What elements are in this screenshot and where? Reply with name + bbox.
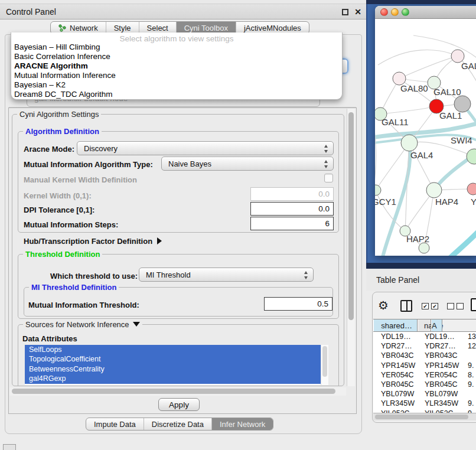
node-label: GAL80 (400, 83, 428, 93)
scrollbar-thumb[interactable] (12, 389, 335, 394)
attribute-item-selected[interactable]: BetweennessCentrality (25, 364, 321, 374)
data-attributes-label: Data Attributes (22, 334, 77, 343)
tab[interactable]: Select (139, 22, 177, 34)
stepper-arrows-icon (323, 160, 328, 168)
node-table: shared… name A YDL19… YDL19… 13 YDR27… Y… (373, 319, 476, 415)
network-node[interactable] (467, 183, 476, 195)
network-window-titlebar[interactable] (375, 6, 476, 19)
aracne-mode-combo[interactable]: Discovery (77, 141, 334, 155)
mi-type-label: Mutual Information Algorithm Type: (24, 160, 153, 169)
scrollbar-thumb[interactable] (322, 346, 327, 377)
restore-panel-icon[interactable] (3, 444, 16, 450)
data-attributes-list[interactable]: SelfLoops TopologicalCoefficient Between… (25, 345, 328, 385)
split-pane-icon[interactable] (400, 300, 412, 312)
menu-item[interactable]: Bayesian – Hill Climbing (11, 43, 342, 52)
apply-button[interactable]: Apply (158, 398, 200, 411)
mi-steps-field[interactable]: 6 (250, 217, 334, 230)
table-row[interactable]: YPR145W YPR145W 9. (373, 361, 476, 370)
scrollbar-thumb[interactable] (375, 415, 468, 419)
minimize-window-button[interactable] (391, 8, 399, 16)
network-node[interactable] (426, 182, 442, 198)
table-body: YDL19… YDL19… 13 YDR27… YDR27… 12 YBR043… (373, 332, 476, 415)
dpi-tolerance-field[interactable]: 0.0 (250, 202, 334, 216)
network-node[interactable] (375, 185, 381, 195)
tab[interactable]: jActiveMNodules (236, 22, 309, 34)
network-icon (58, 24, 67, 32)
hub-definition-toggle[interactable]: Hub/Transcription Factor Definition (24, 237, 162, 246)
menu-item[interactable]: Basic Correlation Inference (11, 52, 342, 61)
attribute-item-selected[interactable]: TopologicalCoefficient (25, 354, 321, 364)
node-label: GAL4 (410, 150, 433, 160)
column-header[interactable]: name (418, 319, 431, 331)
network-node[interactable] (454, 96, 471, 112)
zoom-window-button[interactable] (402, 8, 409, 16)
gear-icon[interactable]: ⚙ (378, 299, 389, 311)
tab-label: Infer Network (220, 420, 265, 429)
checkbox-checked-icon[interactable]: ✔ (431, 303, 438, 309)
table-row[interactable]: YDR27… YDR27… 12 (373, 341, 476, 351)
table-row[interactable]: YBL079W YBL079W (373, 389, 476, 399)
checkbox-checked-icon[interactable]: ✔ (422, 303, 429, 309)
mi-threshold-field[interactable]: 0.5 (264, 297, 332, 311)
table-row[interactable]: YDL19… YDL19… 13 (373, 332, 476, 341)
menu-item[interactable]: ARACNE Algorithm (11, 61, 342, 71)
algorithm-dropdown-popup: Select algorithm to view settings Bayesi… (11, 32, 343, 100)
attribute-item-selected[interactable]: gal4RGexp (25, 374, 321, 383)
group-title: Cyni Algorithm Settings (17, 110, 101, 119)
table-row[interactable]: YLR345W YLR345W 9. (373, 399, 476, 408)
menu-item[interactable]: Bayesian – K2 (11, 80, 342, 90)
kernel-width-field[interactable]: 0.0 (250, 187, 334, 201)
panel-title: Control Panel (6, 7, 56, 17)
checkbox-unchecked-icon[interactable] (447, 303, 454, 309)
tab[interactable]: Infer Network (212, 418, 273, 430)
which-threshold-value: MI Threshold (146, 270, 191, 279)
list-scrollbar[interactable] (321, 345, 328, 385)
which-threshold-combo[interactable]: MI Threshold (139, 268, 314, 282)
node-label: GAL10 (433, 87, 461, 97)
network-node[interactable] (401, 135, 418, 151)
document-icon[interactable] (471, 298, 476, 311)
checkbox-unchecked-icon[interactable] (457, 303, 464, 309)
stepper-arrows-icon (303, 271, 308, 279)
menu-item[interactable]: Dream8 DC_TDC Algorithm (11, 90, 342, 99)
which-threshold-label: Which threshold to use: (50, 272, 138, 281)
vertical-scrollbar[interactable] (347, 109, 355, 386)
table-horizontal-scrollbar[interactable] (373, 413, 476, 420)
control-panel-titlebar: Control Panel ✕ (0, 4, 366, 19)
tab-label: Style (114, 24, 131, 32)
mi-type-combo[interactable]: Naive Bayes (161, 156, 334, 171)
node-label: GAL (461, 61, 476, 71)
sources-toggle[interactable]: Sources for Network Inference (23, 320, 142, 329)
menu-item[interactable]: Mutual Information Inference (11, 71, 342, 80)
column-header[interactable]: A (431, 319, 442, 331)
mi-type-value: Naive Bayes (168, 159, 211, 168)
tab[interactable]: Style (106, 22, 139, 34)
algorithm-definition-title: Algorithm Definition (23, 127, 102, 136)
scrollbar-thumb[interactable] (348, 112, 354, 320)
network-node[interactable] (419, 243, 429, 253)
threshold-definition-title: Threshold Definition (23, 250, 102, 259)
column-header[interactable]: shared… (373, 319, 418, 331)
manual-kernel-checkbox[interactable] (324, 174, 333, 182)
node-label: GAL11 (382, 117, 409, 127)
node-label: SWI4 (451, 135, 472, 145)
tab[interactable]: Impute Data (86, 418, 144, 430)
tab-label: Select (147, 24, 168, 32)
tab[interactable]: Cyni Toolbox (177, 22, 236, 34)
bottom-tab-bar: Impute Data Discretize Data Infer Networ… (86, 418, 273, 431)
float-window-icon[interactable] (342, 9, 348, 15)
desktop-top-strip (366, 0, 476, 4)
network-node[interactable] (467, 149, 476, 164)
table-row[interactable]: YBR045C YBR045C 9. (373, 380, 476, 389)
close-icon[interactable]: ✕ (354, 7, 361, 17)
attribute-item-selected[interactable]: SelfLoops (25, 345, 321, 354)
table-toolbar: ⚙ ✔ ✔ (372, 295, 476, 317)
tab[interactable]: Network (51, 22, 106, 34)
algorithm-menu: Bayesian – Hill Climbing Basic Correlati… (11, 43, 342, 99)
horizontal-scrollbar[interactable] (9, 387, 346, 396)
network-canvas[interactable]: GALGAL80GAL10GAL1GAL11GAL4SWI4GCY1HAP4YH… (375, 19, 476, 256)
tab[interactable]: Discretize Data (144, 418, 212, 430)
close-window-button[interactable] (380, 8, 388, 16)
table-row[interactable]: YER054C YER054C 8. (373, 370, 476, 380)
table-row[interactable]: YBR043C YBR043C (373, 351, 476, 360)
